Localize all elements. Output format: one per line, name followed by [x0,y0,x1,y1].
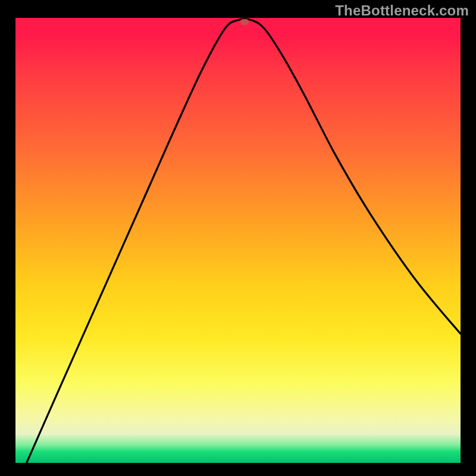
plot-area [15,18,461,463]
optimum-marker [240,19,249,25]
curve-svg [15,18,461,463]
chart-frame: TheBottleneck.com [0,0,476,476]
bottleneck-curve [27,19,461,463]
watermark-label: TheBottleneck.com [335,2,469,19]
